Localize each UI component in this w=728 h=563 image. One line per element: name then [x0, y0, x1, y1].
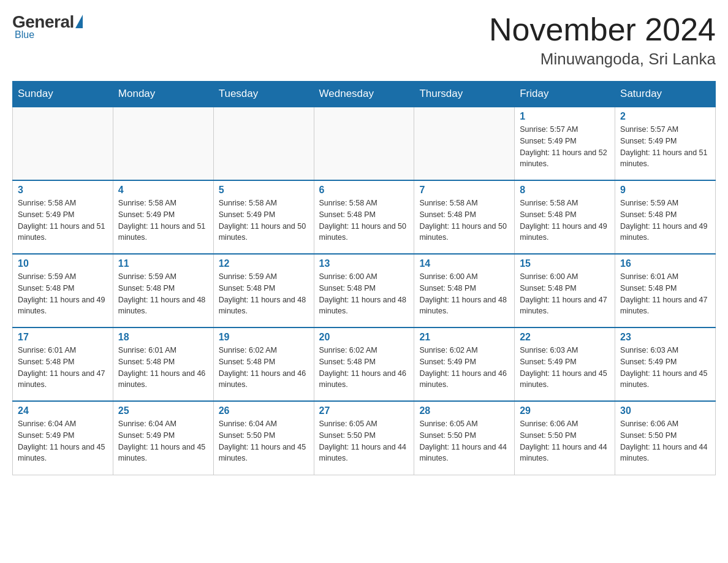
day-info: Sunrise: 5:59 AM Sunset: 5:48 PM Dayligh… [118, 271, 208, 317]
header-friday: Friday [515, 82, 615, 107]
calendar-table: Sunday Monday Tuesday Wednesday Thursday… [12, 81, 716, 475]
day-number: 16 [620, 258, 710, 269]
day-number: 18 [118, 332, 208, 343]
day-info: Sunrise: 6:00 AM Sunset: 5:48 PM Dayligh… [319, 271, 409, 317]
day-info: Sunrise: 6:06 AM Sunset: 5:50 PM Dayligh… [520, 418, 610, 464]
day-number: 15 [520, 258, 610, 269]
day-cell: 30Sunrise: 6:06 AM Sunset: 5:50 PM Dayli… [615, 401, 716, 475]
day-cell: 9Sunrise: 5:59 AM Sunset: 5:48 PM Daylig… [615, 180, 716, 254]
day-info: Sunrise: 6:00 AM Sunset: 5:48 PM Dayligh… [520, 271, 610, 317]
day-cell: 3Sunrise: 5:58 AM Sunset: 5:49 PM Daylig… [13, 180, 113, 254]
day-info: Sunrise: 5:58 AM Sunset: 5:48 PM Dayligh… [419, 197, 509, 243]
header-saturday: Saturday [615, 82, 716, 107]
day-number: 24 [18, 405, 108, 416]
logo-blue-text: Blue [15, 29, 34, 40]
day-cell: 12Sunrise: 5:59 AM Sunset: 5:48 PM Dayli… [213, 254, 314, 327]
day-number: 26 [219, 405, 309, 416]
day-cell: 28Sunrise: 6:05 AM Sunset: 5:50 PM Dayli… [414, 401, 515, 475]
month-title: November 2024 [489, 12, 716, 47]
header-thursday: Thursday [414, 82, 515, 107]
day-cell: 13Sunrise: 6:00 AM Sunset: 5:48 PM Dayli… [314, 254, 414, 327]
day-info: Sunrise: 6:03 AM Sunset: 5:49 PM Dayligh… [520, 345, 610, 391]
page-header: General Blue November 2024 Minuwangoda, … [12, 12, 716, 69]
location-title: Minuwangoda, Sri Lanka [489, 50, 716, 69]
day-info: Sunrise: 6:02 AM Sunset: 5:48 PM Dayligh… [319, 345, 409, 391]
day-info: Sunrise: 6:02 AM Sunset: 5:49 PM Dayligh… [419, 345, 509, 391]
day-cell [414, 107, 515, 180]
title-area: November 2024 Minuwangoda, Sri Lanka [489, 12, 716, 69]
day-cell: 26Sunrise: 6:04 AM Sunset: 5:50 PM Dayli… [213, 401, 314, 475]
header-sunday: Sunday [13, 82, 113, 107]
weekday-header-row: Sunday Monday Tuesday Wednesday Thursday… [13, 82, 716, 107]
day-cell: 8Sunrise: 5:58 AM Sunset: 5:48 PM Daylig… [515, 180, 615, 254]
day-cell: 20Sunrise: 6:02 AM Sunset: 5:48 PM Dayli… [314, 327, 414, 401]
week-row-4: 17Sunrise: 6:01 AM Sunset: 5:48 PM Dayli… [13, 327, 716, 401]
day-number: 13 [319, 258, 409, 269]
day-info: Sunrise: 6:06 AM Sunset: 5:50 PM Dayligh… [620, 418, 710, 464]
day-info: Sunrise: 5:58 AM Sunset: 5:49 PM Dayligh… [219, 197, 309, 243]
day-cell: 15Sunrise: 6:00 AM Sunset: 5:48 PM Dayli… [515, 254, 615, 327]
day-number: 28 [419, 405, 509, 416]
day-info: Sunrise: 6:05 AM Sunset: 5:50 PM Dayligh… [319, 418, 409, 464]
day-info: Sunrise: 5:59 AM Sunset: 5:48 PM Dayligh… [620, 197, 710, 243]
day-info: Sunrise: 6:02 AM Sunset: 5:48 PM Dayligh… [219, 345, 309, 391]
day-cell: 21Sunrise: 6:02 AM Sunset: 5:49 PM Dayli… [414, 327, 515, 401]
day-info: Sunrise: 6:00 AM Sunset: 5:48 PM Dayligh… [419, 271, 509, 317]
header-tuesday: Tuesday [213, 82, 314, 107]
day-cell: 11Sunrise: 5:59 AM Sunset: 5:48 PM Dayli… [113, 254, 213, 327]
week-row-3: 10Sunrise: 5:59 AM Sunset: 5:48 PM Dayli… [13, 254, 716, 327]
day-cell: 1Sunrise: 5:57 AM Sunset: 5:49 PM Daylig… [515, 107, 615, 180]
day-info: Sunrise: 5:58 AM Sunset: 5:48 PM Dayligh… [319, 197, 409, 243]
day-number: 10 [18, 258, 108, 269]
day-info: Sunrise: 5:57 AM Sunset: 5:49 PM Dayligh… [520, 124, 610, 170]
day-info: Sunrise: 6:01 AM Sunset: 5:48 PM Dayligh… [620, 271, 710, 317]
week-row-5: 24Sunrise: 6:04 AM Sunset: 5:49 PM Dayli… [13, 401, 716, 475]
day-info: Sunrise: 6:05 AM Sunset: 5:50 PM Dayligh… [419, 418, 509, 464]
day-cell: 24Sunrise: 6:04 AM Sunset: 5:49 PM Dayli… [13, 401, 113, 475]
day-info: Sunrise: 5:58 AM Sunset: 5:49 PM Dayligh… [18, 197, 108, 243]
day-number: 8 [520, 185, 610, 196]
logo-triangle-icon [75, 15, 83, 28]
day-number: 25 [118, 405, 208, 416]
day-number: 14 [419, 258, 509, 269]
day-number: 19 [219, 332, 309, 343]
day-info: Sunrise: 6:01 AM Sunset: 5:48 PM Dayligh… [18, 345, 108, 391]
week-row-1: 1Sunrise: 5:57 AM Sunset: 5:49 PM Daylig… [13, 107, 716, 180]
day-number: 12 [219, 258, 309, 269]
day-cell: 14Sunrise: 6:00 AM Sunset: 5:48 PM Dayli… [414, 254, 515, 327]
day-cell: 2Sunrise: 5:57 AM Sunset: 5:49 PM Daylig… [615, 107, 716, 180]
day-number: 20 [319, 332, 409, 343]
day-info: Sunrise: 5:59 AM Sunset: 5:48 PM Dayligh… [18, 271, 108, 317]
day-number: 30 [620, 405, 710, 416]
day-number: 9 [620, 185, 710, 196]
day-number: 5 [219, 185, 309, 196]
day-cell: 23Sunrise: 6:03 AM Sunset: 5:49 PM Dayli… [615, 327, 716, 401]
day-number: 11 [118, 258, 208, 269]
day-number: 6 [319, 185, 409, 196]
day-cell [314, 107, 414, 180]
day-cell: 18Sunrise: 6:01 AM Sunset: 5:48 PM Dayli… [113, 327, 213, 401]
day-info: Sunrise: 6:04 AM Sunset: 5:49 PM Dayligh… [118, 418, 208, 464]
day-number: 2 [620, 111, 710, 122]
day-cell: 16Sunrise: 6:01 AM Sunset: 5:48 PM Dayli… [615, 254, 716, 327]
day-cell: 17Sunrise: 6:01 AM Sunset: 5:48 PM Dayli… [13, 327, 113, 401]
day-info: Sunrise: 6:01 AM Sunset: 5:48 PM Dayligh… [118, 345, 208, 391]
day-number: 1 [520, 111, 610, 122]
day-info: Sunrise: 6:04 AM Sunset: 5:50 PM Dayligh… [219, 418, 309, 464]
day-info: Sunrise: 6:04 AM Sunset: 5:49 PM Dayligh… [18, 418, 108, 464]
day-info: Sunrise: 5:57 AM Sunset: 5:49 PM Dayligh… [620, 124, 710, 170]
day-number: 21 [419, 332, 509, 343]
day-cell [113, 107, 213, 180]
day-cell: 10Sunrise: 5:59 AM Sunset: 5:48 PM Dayli… [13, 254, 113, 327]
day-number: 17 [18, 332, 108, 343]
header-wednesday: Wednesday [314, 82, 414, 107]
day-cell: 7Sunrise: 5:58 AM Sunset: 5:48 PM Daylig… [414, 180, 515, 254]
day-cell: 25Sunrise: 6:04 AM Sunset: 5:49 PM Dayli… [113, 401, 213, 475]
day-info: Sunrise: 5:58 AM Sunset: 5:48 PM Dayligh… [520, 197, 610, 243]
day-number: 4 [118, 185, 208, 196]
day-number: 7 [419, 185, 509, 196]
day-cell: 29Sunrise: 6:06 AM Sunset: 5:50 PM Dayli… [515, 401, 615, 475]
day-cell [213, 107, 314, 180]
week-row-2: 3Sunrise: 5:58 AM Sunset: 5:49 PM Daylig… [13, 180, 716, 254]
day-cell: 5Sunrise: 5:58 AM Sunset: 5:49 PM Daylig… [213, 180, 314, 254]
